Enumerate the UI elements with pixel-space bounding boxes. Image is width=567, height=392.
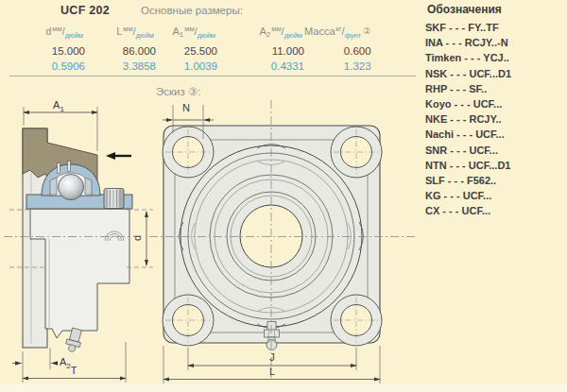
column-header: A1мм/дюйм: [156, 26, 217, 45]
designation-item: NTN - - - UCF...D1: [425, 158, 565, 173]
value-inch: 3.3858: [85, 60, 156, 76]
front-view-drawing: [163, 126, 382, 350]
value-mm: 0.600: [304, 45, 371, 60]
table-divider: [9, 76, 416, 77]
value-inch: 1.0039: [156, 60, 217, 76]
designation-item: RHP - - - SF..: [425, 81, 565, 96]
housing-body: [30, 209, 129, 338]
dimension-column: Lмм/дюйм 86.000 3.3858: [85, 26, 156, 76]
value-mm: 25.500: [156, 45, 217, 60]
designation-item: Nachi - - - UCF...: [425, 127, 565, 142]
grease-fitting-side: [64, 327, 84, 353]
technical-drawing: A1 d A2 T N J: [0, 79, 421, 392]
designation-item: CX - - - UCF...: [425, 203, 565, 218]
designation-item: Koyo - - - UCF...: [425, 96, 565, 111]
dim-label-a2: A2: [60, 356, 71, 370]
value-mm: 11.000: [217, 45, 304, 60]
value-inch: 1.323: [304, 60, 371, 76]
designation-item: INA - - - RCJY..-N: [425, 35, 565, 50]
part-number: UCF 202: [60, 4, 110, 17]
seal-left: [50, 178, 57, 195]
dim-label-t: T: [71, 365, 77, 376]
value-mm: 15.000: [19, 45, 85, 60]
dim-label-a1: A1: [53, 99, 64, 113]
seal-right: [85, 178, 92, 195]
bolt-hole: [173, 305, 204, 336]
column-header: dмм/дюйм: [19, 26, 85, 45]
dimension-column: Массакг/фунт② 0.600 1.323: [304, 26, 371, 76]
designation-item: KG - - - UCF...: [425, 188, 565, 203]
side-view-drawing: [9, 128, 132, 353]
dim-label-j: J: [269, 351, 275, 363]
mounting-direction-arrow: [106, 152, 131, 160]
designation-item: Timken - - - YCJ..: [425, 50, 565, 65]
designation-item: SNR - - - UCF...: [425, 143, 565, 158]
value-mm: 86.000: [85, 45, 156, 60]
bearing-ball: [59, 175, 84, 200]
designations-list: SKF - - - FY..TF INA - - - RCJY..-N Timk…: [425, 20, 565, 219]
dimensions-table: dмм/дюйм 15.000 0.5906 Lмм/дюйм 86.000 3…: [19, 26, 371, 76]
dim-label-n: N: [182, 102, 190, 113]
designation-item: NSK - - - UCF...D1: [425, 66, 565, 81]
dimension-column: dмм/дюйм 15.000 0.5906: [19, 26, 85, 76]
bolt-hole: [341, 305, 372, 336]
designation-item: SLF - - - F562..: [425, 173, 565, 188]
column-header: Lмм/дюйм: [85, 26, 156, 45]
bolt-hole: [173, 137, 204, 168]
value-inch: 0.4331: [217, 60, 304, 76]
value-inch: 0.5906: [19, 60, 85, 76]
dimension-column: A1мм/дюйм 25.500 1.0039: [156, 26, 217, 76]
dim-label-l: L: [269, 366, 275, 377]
column-header: Массакг/фунт②: [304, 26, 371, 45]
designations-panel: Обозначения SKF - - - FY..TF INA - - - R…: [425, 3, 565, 219]
bolt-hole: [341, 137, 372, 168]
dim-label-d: d: [131, 235, 143, 241]
column-header: A2мм/дюйм: [217, 26, 304, 45]
designation-item: NKE - - - RCJY..: [425, 111, 565, 127]
designations-title: Обозначения: [427, 3, 565, 16]
dimensions-section-title: Основные размеры:: [141, 5, 243, 16]
catalog-page: UCF 202 Основные размеры: dмм/дюйм 15.00…: [0, 0, 567, 392]
dimension-column: A2мм/дюйм 11.000 0.4331: [217, 26, 304, 76]
bottom-strip: [0, 384, 567, 392]
designation-item: SKF - - - FY..TF: [425, 20, 565, 35]
